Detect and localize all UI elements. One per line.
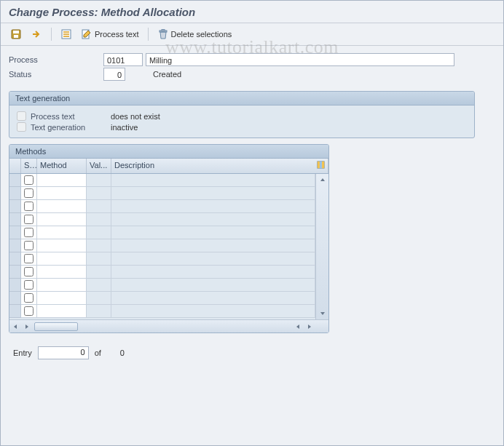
row-val-cell[interactable]: [87, 292, 111, 305]
svg-rect-9: [320, 162, 322, 168]
delete-selections-button[interactable]: Delete selections: [154, 27, 235, 41]
row-checkbox[interactable]: [24, 188, 34, 198]
row-method-cell[interactable]: [37, 239, 87, 252]
vertical-scrollbar[interactable]: [315, 174, 328, 319]
scroll-left-button[interactable]: [9, 321, 21, 332]
row-val-cell[interactable]: [87, 305, 111, 318]
save-button[interactable]: [7, 27, 25, 41]
row-method-cell[interactable]: [37, 266, 87, 279]
row-val-cell[interactable]: [87, 187, 111, 200]
configure-columns-button[interactable]: [314, 159, 328, 173]
row-val-cell[interactable]: [87, 279, 111, 292]
row-selector[interactable]: [9, 213, 21, 226]
status-code-field[interactable]: 0: [103, 68, 125, 81]
row-desc-cell[interactable]: [111, 226, 315, 239]
table-row: [9, 187, 315, 200]
status-label: Status: [9, 70, 103, 79]
entry-value-field[interactable]: 0: [38, 346, 89, 359]
row-val-cell[interactable]: [87, 252, 111, 266]
row-desc-cell[interactable]: [111, 292, 315, 305]
row-checkbox[interactable]: [24, 293, 34, 303]
row-checkbox-cell[interactable]: [21, 279, 37, 292]
process-text-button[interactable]: Process text: [78, 27, 142, 41]
row-checkbox-cell[interactable]: [21, 305, 37, 318]
row-checkbox[interactable]: [24, 241, 34, 250]
row-checkbox[interactable]: [24, 202, 34, 211]
row-val-cell[interactable]: [87, 213, 111, 226]
process-name-field[interactable]: Milling: [146, 53, 454, 66]
scroll-up-button[interactable]: [317, 174, 328, 186]
row-checkbox-cell[interactable]: [21, 252, 37, 266]
row-checkbox[interactable]: [24, 254, 34, 263]
scroll-down-button[interactable]: [317, 308, 328, 319]
scroll-left2-button[interactable]: [292, 321, 304, 332]
row-checkbox[interactable]: [24, 280, 34, 290]
row-checkbox[interactable]: [24, 267, 34, 276]
horizontal-scrollbar[interactable]: [9, 319, 328, 332]
row-desc-cell[interactable]: [111, 266, 315, 279]
row-desc-cell[interactable]: [111, 174, 315, 187]
row-selector[interactable]: [9, 279, 21, 292]
row-checkbox-cell[interactable]: [21, 174, 37, 187]
arrow-right-icon: [31, 28, 42, 40]
scroll-right-button-inner[interactable]: [21, 321, 33, 332]
row-desc-cell[interactable]: [111, 213, 315, 226]
row-checkbox[interactable]: [24, 215, 34, 224]
row-val-cell[interactable]: [87, 174, 111, 187]
scroll-thumb[interactable]: [34, 322, 78, 331]
table-settings-icon: [317, 161, 325, 171]
scroll-right-button[interactable]: [304, 321, 315, 332]
row-val-cell[interactable]: [87, 226, 111, 239]
row-desc-cell[interactable]: [111, 200, 315, 213]
row-selector[interactable]: [9, 252, 21, 266]
row-checkbox-cell[interactable]: [21, 200, 37, 213]
row-desc-cell[interactable]: [111, 305, 315, 318]
row-checkbox-cell[interactable]: [21, 213, 37, 226]
row-selector[interactable]: [9, 239, 21, 252]
row-desc-cell[interactable]: [111, 239, 315, 252]
row-checkbox[interactable]: [24, 228, 34, 237]
col-description[interactable]: Description: [111, 159, 314, 173]
row-selector[interactable]: [9, 187, 21, 200]
row-checkbox-cell[interactable]: [21, 239, 37, 252]
col-rowselect[interactable]: [9, 159, 21, 173]
row-method-cell[interactable]: [37, 187, 87, 200]
row-checkbox-cell[interactable]: [21, 266, 37, 279]
row-checkbox[interactable]: [24, 306, 34, 316]
row-checkbox[interactable]: [24, 175, 34, 185]
list-button[interactable]: [58, 27, 75, 41]
row-selector[interactable]: [9, 200, 21, 213]
row-desc-cell[interactable]: [111, 187, 315, 200]
row-method-cell[interactable]: [37, 226, 87, 239]
row-desc-cell[interactable]: [111, 252, 315, 266]
row-method-cell[interactable]: [37, 200, 87, 213]
back-button[interactable]: [28, 27, 45, 41]
row-method-cell[interactable]: [37, 252, 87, 266]
row-val-cell[interactable]: [87, 239, 111, 252]
row-method-cell[interactable]: [37, 279, 87, 292]
col-s[interactable]: S..: [21, 159, 37, 173]
row-method-cell[interactable]: [37, 213, 87, 226]
row-selector[interactable]: [9, 174, 21, 187]
row-method-cell[interactable]: [37, 174, 87, 187]
row-val-cell[interactable]: [87, 200, 111, 213]
save-icon: [10, 28, 22, 40]
text-generation-chk-label: Text generation: [31, 123, 111, 132]
row-checkbox-cell[interactable]: [21, 292, 37, 305]
row-val-cell[interactable]: [87, 266, 111, 279]
col-val[interactable]: Val...: [87, 159, 111, 173]
row-selector[interactable]: [9, 226, 21, 239]
row-selector[interactable]: [9, 305, 21, 318]
col-method[interactable]: Method: [37, 159, 87, 173]
row-desc-cell[interactable]: [111, 279, 315, 292]
svg-rect-2: [14, 35, 18, 38]
row-selector[interactable]: [9, 266, 21, 279]
row-selector[interactable]: [9, 292, 21, 305]
row-method-cell[interactable]: [37, 305, 87, 318]
row-checkbox-cell[interactable]: [21, 226, 37, 239]
text-generation-value: inactive: [111, 123, 138, 132]
process-code-field[interactable]: 0101: [103, 53, 143, 66]
toolbar-separator: [148, 28, 149, 41]
row-checkbox-cell[interactable]: [21, 187, 37, 200]
row-method-cell[interactable]: [37, 292, 87, 305]
